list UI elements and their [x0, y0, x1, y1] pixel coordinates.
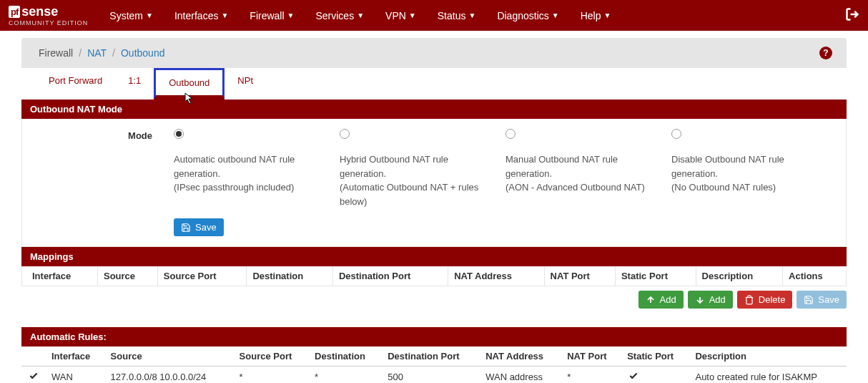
cell-staticport [621, 367, 689, 384]
nav-status[interactable]: Status▼ [438, 10, 476, 21]
caret-down-icon: ▼ [287, 11, 295, 19]
add-top-button[interactable]: Add [638, 291, 684, 309]
panel-outbound-mode-title: Outbound NAT Mode [21, 100, 847, 119]
logout-button[interactable] [845, 7, 859, 24]
save-icon [181, 223, 191, 233]
logo-subtitle: COMMUNITY EDITION [9, 19, 88, 26]
logo-sense: sense [21, 4, 58, 19]
panel-outbound-mode: Outbound NAT Mode Mode Automatic outboun… [21, 100, 847, 247]
breadcrumb-firewall: Firewall [39, 47, 73, 59]
nav-firewall-label: Firewall [250, 10, 284, 21]
caret-down-icon: ▼ [603, 11, 611, 19]
save-mappings-button[interactable]: Save [797, 291, 847, 309]
save-mode-label: Save [195, 222, 217, 233]
panel-auto-rules-title: Automatic Rules: [21, 327, 847, 346]
cursor-icon [184, 92, 194, 105]
logo[interactable]: pf sense COMMUNITY EDITION [9, 4, 88, 26]
arrow-down-icon [695, 295, 705, 305]
caret-down-icon: ▼ [357, 11, 364, 19]
radio-manual[interactable] [505, 129, 516, 139]
acol-nataddr: NAT Address [480, 346, 561, 367]
check-icon [627, 371, 640, 381]
nav-system-label: System [109, 10, 143, 21]
col-nataddr: NAT Address [448, 266, 544, 286]
panel-mappings: Mappings Interface Source Source Port De… [21, 247, 847, 286]
top-navbar: pf sense COMMUNITY EDITION System▼ Inter… [0, 0, 868, 31]
caret-down-icon: ▼ [552, 11, 559, 19]
acol-interface: Interface [46, 346, 105, 367]
col-dstport: Destination Port [332, 266, 448, 286]
radio-automatic[interactable] [174, 129, 184, 139]
breadcrumb-nat[interactable]: NAT [87, 47, 107, 59]
col-interface: Interface [22, 266, 98, 286]
breadcrumb: Firewall / NAT / Outbound ? [21, 38, 847, 68]
caret-down-icon: ▼ [146, 11, 153, 19]
breadcrumb-sep: / [112, 47, 115, 59]
add-top-label: Add [660, 294, 676, 305]
tab-outbound-label: Outbound [169, 77, 209, 88]
col-natport: NAT Port [544, 266, 615, 286]
save-mode-button[interactable]: Save [174, 218, 224, 236]
radio-disable[interactable] [671, 129, 681, 139]
col-status [21, 346, 46, 367]
col-staticport: Static Port [615, 266, 696, 286]
cell-dstport: 500 [382, 367, 480, 384]
nav-interfaces-label: Interfaces [174, 10, 218, 21]
check-icon [27, 371, 40, 381]
tab-portforward[interactable]: Port Forward [36, 68, 115, 100]
caret-down-icon: ▼ [409, 11, 416, 19]
nav-vpn[interactable]: VPN▼ [385, 10, 416, 21]
caret-down-icon: ▼ [468, 11, 475, 19]
delete-button[interactable]: Delete [737, 291, 793, 309]
tab-npt[interactable]: NPt [225, 68, 266, 100]
nav-diagnostics-label: Diagnostics [497, 10, 548, 21]
acol-natport: NAT Port [561, 346, 621, 367]
acol-dstport: Destination Port [382, 346, 480, 367]
cell-nataddr: WAN address [480, 367, 561, 384]
logout-icon [845, 7, 859, 21]
acol-desc: Description [689, 346, 847, 367]
nav-services-label: Services [315, 10, 354, 21]
col-srcport: Source Port [157, 266, 247, 286]
breadcrumb-outbound[interactable]: Outbound [121, 47, 165, 59]
cell-desc: Auto created rule for ISAKMP [689, 367, 847, 384]
nav-diagnostics[interactable]: Diagnostics▼ [497, 10, 558, 21]
breadcrumb-sep: / [79, 47, 82, 59]
caret-down-icon: ▼ [221, 11, 228, 19]
col-actions: Actions [783, 266, 847, 286]
mappings-actions: Add Add Delete Save [21, 286, 847, 313]
tab-oneone[interactable]: 1:1 [115, 68, 154, 100]
save-mappings-label: Save [818, 294, 839, 305]
trash-icon [744, 295, 754, 305]
nav-interfaces[interactable]: Interfaces▼ [174, 10, 228, 21]
add-bottom-label: Add [709, 294, 726, 305]
acol-source: Source [105, 346, 234, 367]
nav-system[interactable]: System▼ [109, 10, 153, 21]
radio-hybrid-desc: Hybrid Outbound NAT rule generation.(Aut… [340, 152, 484, 208]
table-row: WAN127.0.0.0/8 10.0.0.0/24**500WAN addre… [21, 367, 847, 384]
col-dest: Destination [247, 266, 333, 286]
nav-help[interactable]: Help▼ [581, 10, 611, 21]
radio-hybrid[interactable] [340, 129, 350, 139]
add-bottom-button[interactable]: Add [688, 291, 733, 309]
radio-disable-desc: Disable Outbound NAT rule generation.(No… [671, 152, 816, 195]
panel-auto-rules: Automatic Rules: Interface Source Source… [21, 327, 847, 383]
nav-vpn-label: VPN [385, 10, 406, 21]
panel-mappings-title: Mappings [21, 247, 847, 266]
cell-dest: * [309, 367, 382, 384]
nav-firewall[interactable]: Firewall▼ [250, 10, 294, 21]
help-icon[interactable]: ? [819, 47, 832, 59]
tab-outbound[interactable]: Outbound [154, 68, 225, 100]
arrow-up-icon [646, 295, 656, 305]
nav-services[interactable]: Services▼ [315, 10, 364, 21]
save-icon [804, 295, 814, 305]
col-source: Source [98, 266, 158, 286]
radio-automatic-desc: Automatic outbound NAT rule generation.(… [174, 152, 318, 195]
nav-help-label: Help [581, 10, 601, 21]
radio-manual-desc: Manual Outbound NAT rule generation.(AON… [505, 152, 650, 195]
cell-interface: WAN [46, 367, 105, 384]
delete-label: Delete [759, 294, 786, 305]
cell-natport: * [561, 367, 621, 384]
cell-source: 127.0.0.0/8 10.0.0.0/24 [105, 367, 234, 384]
nav-status-label: Status [438, 10, 466, 21]
